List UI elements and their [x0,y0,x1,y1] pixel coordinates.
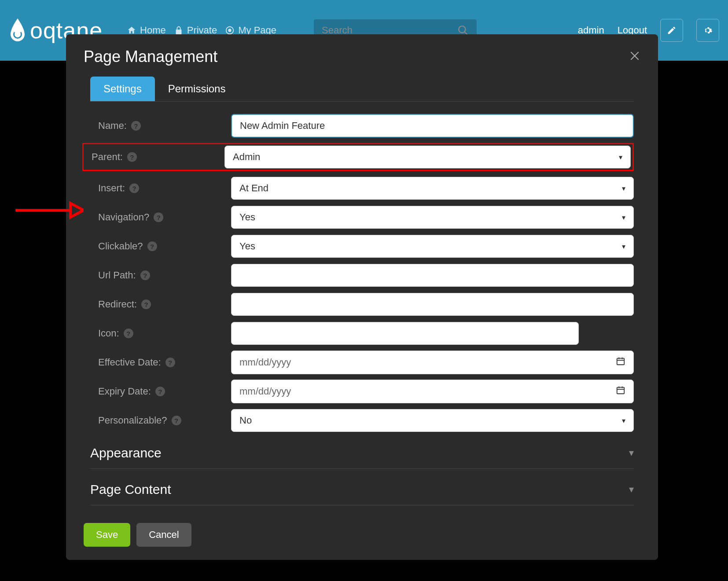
modal-body: Settings Permissions Name: ? Parent: ? A… [66,77,658,505]
help-icon[interactable]: ? [124,329,133,338]
row-expiry: Expiry Date: ? mm/dd/yyyy [90,380,634,403]
effective-placeholder: mm/dd/yyyy [239,357,291,368]
parent-control: Admin ▾ [224,146,631,168]
help-icon[interactable]: ? [131,121,141,131]
label-urlpath: Url Path: ? [90,270,231,281]
row-name: Name: ? [90,114,634,138]
insert-select[interactable]: At End ▾ [231,177,634,200]
section-appearance[interactable]: Appearance ▾ [90,438,634,469]
appearance-title: Appearance [90,446,162,460]
help-icon[interactable]: ? [165,358,175,367]
urlpath-input[interactable] [231,264,634,287]
row-parent: Parent: ? Admin ▾ [82,143,634,171]
chevron-down-icon: ▾ [629,484,634,495]
cancel-button[interactable]: Cancel [136,523,191,547]
parent-value: Admin [233,151,260,163]
icon-control [231,322,634,345]
home-icon [127,26,136,35]
close-button[interactable] [629,49,640,65]
icon-input[interactable] [231,322,579,345]
personalizable-select[interactable]: No ▾ [231,409,634,432]
tabs: Settings Permissions [90,77,634,102]
name-input[interactable] [231,114,634,138]
row-insert: Insert: ? At End ▾ [90,176,634,200]
row-personalizable: Personalizable? ? No ▾ [90,409,634,432]
label-insert: Insert: ? [90,183,231,194]
lock-icon [174,26,184,35]
tab-settings[interactable]: Settings [90,77,155,101]
help-icon[interactable]: ? [155,387,165,396]
label-parent: Parent: ? [84,151,224,163]
help-icon[interactable]: ? [140,270,150,280]
section-pagecontent[interactable]: Page Content ▾ [90,474,634,505]
label-clickable: Clickable? ? [90,241,231,252]
label-icon: Icon: ? [90,328,231,339]
redirect-input[interactable] [231,293,634,316]
help-icon[interactable]: ? [147,241,157,251]
calendar-icon[interactable] [616,356,625,369]
settings-button[interactable] [696,19,719,42]
help-icon[interactable]: ? [129,183,139,193]
effective-control: mm/dd/yyyy [231,351,634,374]
effective-date-input[interactable]: mm/dd/yyyy [231,351,634,374]
svg-marker-3 [70,203,84,217]
chevron-down-icon: ▾ [622,184,625,193]
label-effective: Effective Date: ? [90,357,231,368]
svg-rect-6 [617,358,625,365]
name-control [231,114,634,138]
modal-header: Page Management [66,34,658,77]
tab-permissions[interactable]: Permissions [155,77,239,101]
label-expiry: Expiry Date: ? [90,386,231,397]
parent-select[interactable]: Admin ▾ [224,146,631,168]
row-navigation: Navigation? ? Yes ▾ [90,205,634,229]
clickable-select[interactable]: Yes ▾ [231,235,634,258]
clickable-control: Yes ▾ [231,235,634,258]
clickable-value: Yes [239,241,255,252]
target-icon [225,26,235,35]
gear-icon [703,26,713,35]
help-icon[interactable]: ? [154,212,163,222]
close-icon [629,50,640,62]
drop-icon [9,18,26,43]
chevron-down-icon: ▾ [622,213,625,222]
expiry-date-input[interactable]: mm/dd/yyyy [231,380,634,403]
save-button[interactable]: Save [84,523,130,547]
label-redirect: Redirect: ? [90,299,231,310]
chevron-down-icon: ▾ [629,447,634,459]
label-name: Name: ? [90,120,231,132]
personalizable-value: No [239,415,252,426]
row-icon: Icon: ? [90,322,634,345]
row-redirect: Redirect: ? [90,292,634,316]
label-personalizable: Personalizable? ? [90,415,231,426]
navigation-value: Yes [239,212,255,223]
redirect-control [231,293,634,316]
help-icon[interactable]: ? [127,152,137,162]
label-navigation: Navigation? ? [90,212,231,223]
urlpath-control [231,264,634,287]
help-icon[interactable]: ? [141,300,151,309]
help-icon[interactable]: ? [172,416,181,425]
modal-title: Page Management [84,48,217,66]
expiry-placeholder: mm/dd/yyyy [239,386,291,397]
navigation-control: Yes ▾ [231,206,634,229]
row-clickable: Clickable? ? Yes ▾ [90,234,634,258]
calendar-icon[interactable] [616,385,625,398]
annotation-arrow-icon [13,197,84,223]
expiry-control: mm/dd/yyyy [231,380,634,403]
pencil-icon [667,26,677,35]
insert-value: At End [239,183,268,194]
modal-footer: Save Cancel [66,505,658,547]
chevron-down-icon: ▾ [622,242,625,251]
navigation-select[interactable]: Yes ▾ [231,206,634,229]
row-effective: Effective Date: ? mm/dd/yyyy [90,351,634,374]
pagecontent-title: Page Content [90,482,171,497]
svg-rect-10 [617,387,625,394]
page-management-modal: Page Management Settings Permissions Nam… [66,34,658,560]
edit-button[interactable] [660,19,683,42]
svg-point-1 [228,29,231,32]
insert-control: At End ▾ [231,177,634,200]
chevron-down-icon: ▾ [619,153,622,161]
row-urlpath: Url Path: ? [90,263,634,287]
chevron-down-icon: ▾ [622,417,625,425]
personalizable-control: No ▾ [231,409,634,432]
